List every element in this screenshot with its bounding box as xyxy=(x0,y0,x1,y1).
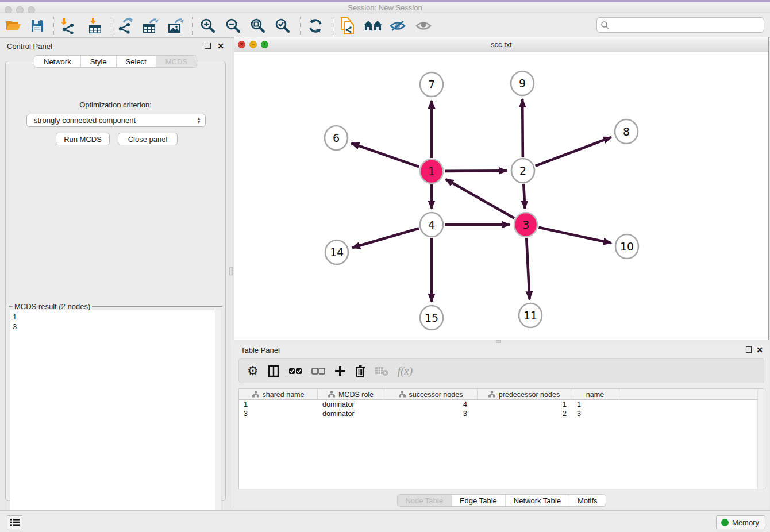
graph-node-11[interactable]: 11 xyxy=(519,303,542,327)
table-cell[interactable]: 4 xyxy=(384,400,478,408)
table-cell[interactable]: 3 xyxy=(571,410,619,418)
column-header-shared-name[interactable]: shared name xyxy=(239,389,318,400)
network-canvas[interactable]: 7968124314101511 xyxy=(234,52,768,340)
function-builder-icon: f(x) xyxy=(398,363,413,379)
node-table[interactable]: shared nameMCDS rolesuccessor nodesprede… xyxy=(238,388,764,489)
graph-node-1[interactable]: 1 xyxy=(420,159,443,183)
edge-1-2[interactable] xyxy=(445,171,507,171)
table-cell[interactable]: 3 xyxy=(384,410,478,418)
table-cell[interactable]: 1 xyxy=(571,400,619,408)
clone-network-icon[interactable] xyxy=(336,15,358,37)
node-label: 3 xyxy=(522,218,529,231)
export-network-icon[interactable] xyxy=(114,15,136,37)
network-zoom-icon[interactable]: + xyxy=(261,41,268,48)
graph-node-4[interactable]: 4 xyxy=(420,213,443,237)
table-cell[interactable]: 3 xyxy=(239,410,318,418)
task-history-button[interactable] xyxy=(7,515,22,529)
table-scrollbar[interactable] xyxy=(757,389,764,489)
vertical-splitter-grip[interactable] xyxy=(229,267,233,275)
graph-node-15[interactable]: 15 xyxy=(420,306,443,330)
tab-network-table[interactable]: Network Table xyxy=(506,495,569,506)
edge-3-11[interactable] xyxy=(526,238,529,299)
edge-1-6[interactable] xyxy=(351,143,419,167)
open-folder-icon[interactable] xyxy=(2,15,24,37)
mcds-result-area[interactable]: 1 3 xyxy=(10,310,221,524)
search-input[interactable] xyxy=(610,19,764,32)
table-body: 1dominator4113dominator323 xyxy=(239,400,764,418)
graph-node-14[interactable]: 14 xyxy=(325,240,348,264)
tab-mcds[interactable]: MCDS xyxy=(156,56,197,67)
tab-motifs[interactable]: Motifs xyxy=(569,495,606,506)
unselect-all-icon[interactable] xyxy=(311,363,325,379)
refresh-icon[interactable] xyxy=(305,15,326,37)
edge-3-1[interactable] xyxy=(445,179,514,218)
memory-button[interactable]: Memory xyxy=(716,515,765,529)
column-label: MCDS role xyxy=(338,391,374,399)
toolbar-separator xyxy=(300,17,301,35)
gear-icon[interactable]: ⚙ xyxy=(247,363,259,379)
toolbar-separator xyxy=(332,17,332,35)
graph-node-7[interactable]: 7 xyxy=(420,72,443,97)
close-table-panel-icon[interactable]: ✕ xyxy=(756,345,763,354)
column-header-name[interactable]: name xyxy=(571,389,619,400)
table-cell[interactable]: dominator xyxy=(318,410,384,418)
column-header-predecessor-nodes[interactable]: predecessor nodes xyxy=(478,389,571,400)
tab-select[interactable]: Select xyxy=(117,56,156,67)
hide-selected-icon[interactable] xyxy=(387,15,409,37)
table-cell[interactable]: 1 xyxy=(239,400,318,408)
network-window-titlebar[interactable]: ✕ − + scc.txt xyxy=(234,37,768,52)
show-all-icon[interactable] xyxy=(413,15,434,37)
add-column-icon[interactable] xyxy=(334,363,346,379)
edge-4-14[interactable] xyxy=(352,228,419,248)
graph-node-10[interactable]: 10 xyxy=(615,234,638,259)
graph-node-3[interactable]: 3 xyxy=(514,213,537,237)
table-row[interactable]: 1dominator411 xyxy=(239,400,764,409)
tab-node-table[interactable]: Node Table xyxy=(397,495,452,506)
tab-network[interactable]: Network xyxy=(34,56,81,67)
column-header-successor-nodes[interactable]: successor nodes xyxy=(384,389,478,400)
edge-2-9[interactable] xyxy=(522,99,523,157)
graph-node-9[interactable]: 9 xyxy=(511,71,534,95)
column-header-MCDS-role[interactable]: MCDS role xyxy=(318,389,384,400)
graph-node-6[interactable]: 6 xyxy=(325,126,348,150)
column-label: successor nodes xyxy=(409,391,463,399)
network-minimize-icon[interactable]: − xyxy=(249,41,257,48)
first-neighbors-icon[interactable] xyxy=(362,15,384,37)
table-cell[interactable]: dominator xyxy=(318,400,384,408)
search-field[interactable] xyxy=(596,17,764,33)
edge-2-3[interactable] xyxy=(523,184,525,209)
save-session-icon[interactable] xyxy=(26,15,48,37)
zoom-selected-icon[interactable] xyxy=(272,15,294,37)
table-row[interactable]: 3dominator323 xyxy=(239,409,764,418)
edge-3-10[interactable] xyxy=(538,228,611,243)
tab-style[interactable]: Style xyxy=(81,56,117,67)
table-cell[interactable]: 2 xyxy=(478,410,571,418)
graph-node-8[interactable]: 8 xyxy=(615,119,638,144)
import-table-icon[interactable] xyxy=(84,15,106,37)
optimization-criterion-label: Optimization criterion: xyxy=(6,101,225,109)
table-cell[interactable]: 1 xyxy=(478,400,571,408)
float-panel-icon[interactable] xyxy=(205,43,211,49)
optimization-criterion-select[interactable]: strongly connected component ▲▼ xyxy=(26,114,206,127)
result-scrollbar[interactable] xyxy=(215,310,221,524)
float-table-panel-icon[interactable] xyxy=(746,346,752,353)
delete-table-icon xyxy=(375,363,388,379)
delete-column-icon[interactable] xyxy=(355,363,365,379)
column-icon[interactable] xyxy=(268,363,279,379)
network-close-icon[interactable]: ✕ xyxy=(238,41,245,48)
close-panel-button[interactable]: Close panel xyxy=(118,133,178,145)
network-graph[interactable]: 7968124314101511 xyxy=(234,52,768,340)
edge-2-8[interactable] xyxy=(536,137,611,166)
run-mcds-button[interactable]: Run MCDS xyxy=(56,133,110,145)
zoom-out-icon[interactable] xyxy=(222,15,244,37)
zoom-in-icon[interactable] xyxy=(197,15,219,37)
graph-node-2[interactable]: 2 xyxy=(511,159,534,183)
close-panel-icon[interactable]: ✕ xyxy=(217,41,224,51)
export-table-icon[interactable] xyxy=(140,15,161,37)
export-image-icon[interactable] xyxy=(165,15,187,37)
zoom-fit-icon[interactable] xyxy=(247,15,269,37)
import-network-icon[interactable] xyxy=(57,15,79,37)
attribute-icon xyxy=(328,391,335,398)
tab-edge-table[interactable]: Edge Table xyxy=(452,495,506,506)
select-all-icon[interactable] xyxy=(288,363,302,379)
